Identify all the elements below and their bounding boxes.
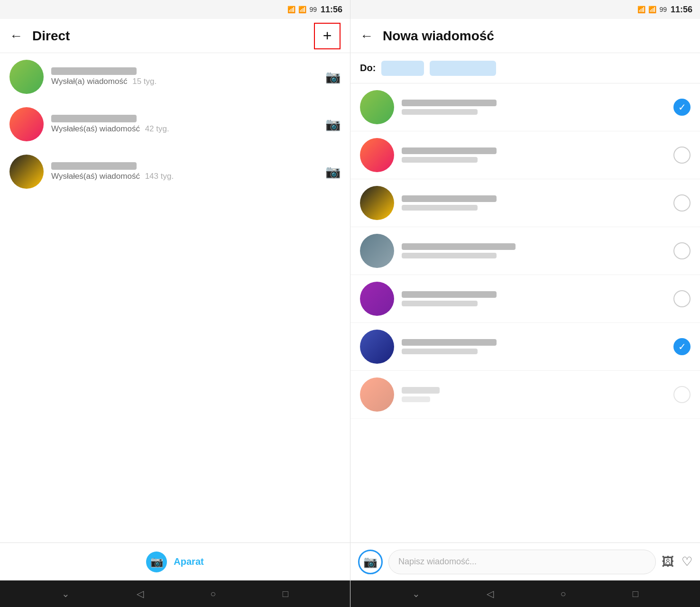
contact-name	[402, 195, 497, 202]
contact-name	[402, 291, 497, 298]
conversation-item[interactable]: Wysłałeś(aś) wiadomość 143 tyg. 📷	[0, 148, 350, 195]
recents-icon[interactable]: □	[283, 589, 288, 599]
chevron-icon: ⌄	[412, 588, 420, 599]
android-nav-right: ⌄ ◁ ○ □	[350, 580, 700, 607]
wifi-icon: 📶	[287, 6, 295, 13]
recents-icon[interactable]: □	[633, 589, 638, 599]
page-title-left: Direct	[32, 28, 314, 44]
conversation-name	[51, 67, 137, 75]
message-input[interactable]: Napisz wiadomość...	[388, 550, 656, 574]
time-right: 11:56	[671, 5, 692, 15]
compose-icons: 🖼 ♡	[662, 554, 692, 569]
back-icon[interactable]: ◁	[487, 588, 494, 599]
left-panel: 📶 📶 99 11:56 ← Direct + Wysłał(a) wiadom…	[0, 0, 350, 607]
contact-info	[402, 339, 666, 354]
select-checkbox[interactable]	[673, 242, 691, 259]
contact-info	[402, 387, 666, 402]
home-icon[interactable]: ○	[210, 589, 216, 599]
avatar	[360, 138, 394, 172]
contact-info	[402, 243, 666, 258]
contact-name	[402, 243, 516, 250]
camera-icon[interactable]: 📷	[325, 165, 341, 179]
conversation-info: Wysłałeś(aś) wiadomość 143 tyg.	[51, 162, 318, 181]
conversation-name	[51, 162, 137, 170]
time-left: 11:56	[321, 5, 342, 15]
contact-info	[402, 291, 666, 306]
avatar	[360, 282, 394, 316]
conversation-preview: Wysłałeś(aś) wiadomość 42 tyg.	[51, 124, 318, 134]
select-checkbox[interactable]: ✓	[673, 338, 691, 355]
battery-label: 99	[309, 6, 317, 13]
home-icon[interactable]: ○	[561, 589, 566, 599]
contact-name	[402, 100, 497, 106]
conversation-preview: Wysłał(a) wiadomość 15 tyg.	[51, 77, 318, 86]
status-icons-left: 📶 📶 99	[287, 6, 317, 13]
back-icon[interactable]: ◁	[137, 588, 144, 599]
to-label: Do:	[360, 63, 376, 74]
conversation-name	[51, 115, 137, 122]
avatar	[9, 155, 44, 189]
compose-bar: 📷 Napisz wiadomość... 🖼 ♡	[350, 543, 700, 580]
camera-button[interactable]: 📷	[146, 552, 167, 572]
avatar	[9, 107, 44, 141]
select-checkbox[interactable]: ✓	[673, 99, 691, 116]
contact-handle	[402, 349, 478, 354]
select-checkbox[interactable]	[673, 386, 691, 403]
signal-icon: 📶	[648, 6, 656, 13]
camera-icon[interactable]: 📷	[325, 117, 341, 132]
contact-handle	[402, 301, 478, 306]
chevron-icon: ⌄	[62, 588, 70, 599]
conversation-list: Wysłał(a) wiadomość 15 tyg. 📷 Wysłałeś(a…	[0, 53, 350, 543]
contact-handle	[402, 253, 497, 258]
camera-icon[interactable]: 📷	[325, 70, 341, 84]
avatar	[360, 377, 394, 412]
contact-name	[402, 339, 497, 346]
avatar	[360, 330, 394, 364]
right-panel: 📶 📶 99 11:56 ← Nowa wiadomość Do: ✓	[350, 0, 700, 607]
avatar	[360, 90, 394, 124]
status-bar-right: 📶 📶 99 11:56	[350, 0, 700, 19]
to-row: Do:	[350, 53, 700, 83]
conversation-preview: Wysłałeś(aś) wiadomość 143 tyg.	[51, 172, 318, 181]
message-placeholder: Napisz wiadomość...	[398, 557, 477, 567]
select-checkbox[interactable]	[673, 147, 691, 164]
select-checkbox[interactable]	[673, 290, 691, 307]
avatar	[9, 60, 44, 94]
avatar	[360, 234, 394, 268]
contact-info	[402, 100, 666, 115]
contact-list: ✓	[350, 83, 700, 543]
contact-handle	[402, 157, 478, 163]
contact-item[interactable]: ✓	[350, 323, 700, 371]
page-title-right: Nowa wiadomość	[383, 28, 691, 44]
top-nav-right: ← Nowa wiadomość	[350, 19, 700, 53]
recipient-chip-1[interactable]	[381, 61, 424, 76]
back-button-left[interactable]: ←	[9, 28, 23, 44]
recipient-chip-2[interactable]	[430, 61, 496, 76]
contact-item[interactable]	[350, 227, 700, 275]
contact-item[interactable]	[350, 371, 700, 419]
image-icon[interactable]: 🖼	[662, 554, 674, 569]
battery-label: 99	[659, 6, 667, 13]
heart-icon[interactable]: ♡	[682, 554, 692, 569]
status-icons-right: 📶 📶 99	[637, 6, 667, 13]
contact-item[interactable]	[350, 179, 700, 227]
contact-handle	[402, 396, 430, 402]
contact-name	[402, 387, 440, 394]
contact-info	[402, 147, 666, 163]
contact-item[interactable]	[350, 131, 700, 179]
camera-label[interactable]: Aparat	[174, 556, 203, 567]
select-checkbox[interactable]	[673, 194, 691, 212]
compose-camera-button[interactable]: 📷	[358, 550, 383, 574]
top-nav-left: ← Direct +	[0, 19, 350, 53]
contact-handle	[402, 109, 478, 115]
contact-item[interactable]: ✓	[350, 83, 700, 131]
back-button-right[interactable]: ←	[360, 28, 373, 44]
conversation-item[interactable]: Wysłałeś(aś) wiadomość 42 tyg. 📷	[0, 101, 350, 148]
conversation-info: Wysłał(a) wiadomość 15 tyg.	[51, 67, 318, 86]
bottom-bar-left: 📷 Aparat	[0, 543, 350, 580]
conversation-item[interactable]: Wysłał(a) wiadomość 15 tyg. 📷	[0, 53, 350, 101]
contact-handle	[402, 205, 478, 211]
status-bar-left: 📶 📶 99 11:56	[0, 0, 350, 19]
new-message-button[interactable]: +	[314, 23, 341, 49]
contact-item[interactable]	[350, 275, 700, 323]
